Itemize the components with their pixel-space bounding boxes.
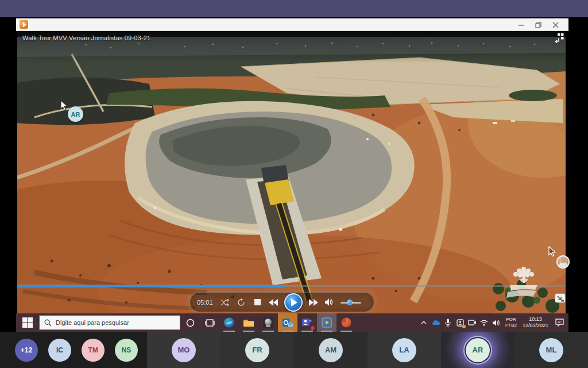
volume-icon[interactable] bbox=[324, 297, 335, 308]
globe-app-icon bbox=[262, 317, 274, 328]
participant-tile-AR[interactable]: AR bbox=[441, 332, 514, 368]
meeting-screen: Walk Tour MVV Versão Jornalistas 09-03-2… bbox=[0, 0, 588, 368]
taskbar-app-outlook[interactable] bbox=[278, 313, 297, 332]
cortana-button[interactable] bbox=[180, 313, 200, 332]
participant-avatar-plus12[interactable]: +12 bbox=[15, 339, 38, 362]
participant-tile-ML[interactable]: ML bbox=[514, 332, 588, 368]
play-pause-button[interactable] bbox=[284, 293, 303, 312]
volume-thumb[interactable] bbox=[347, 300, 353, 305]
microphone-icon[interactable] bbox=[443, 318, 453, 328]
notification-dot bbox=[462, 325, 466, 328]
participant-avatar-AM[interactable]: AM bbox=[319, 338, 343, 362]
switch-to-library-icon[interactable] bbox=[554, 33, 564, 43]
seek-bar-fill bbox=[17, 285, 286, 287]
teams-tray-icon[interactable] bbox=[455, 318, 465, 328]
participant-avatar-LA[interactable]: LA bbox=[392, 338, 416, 362]
windows-media-player-icon bbox=[20, 20, 28, 29]
cortana-icon bbox=[186, 319, 195, 327]
playback-controls: 05:01 bbox=[189, 292, 374, 312]
teams-top-bar bbox=[0, 0, 588, 17]
self-video-bubble[interactable] bbox=[556, 255, 570, 269]
close-button[interactable] bbox=[547, 18, 564, 31]
clock[interactable]: 10:13 12/03/2021 bbox=[521, 316, 550, 329]
picture-in-picture-icon[interactable] bbox=[555, 293, 566, 303]
drone-footage-mining-site bbox=[17, 31, 566, 313]
participant-avatar-AR[interactable]: AR bbox=[466, 338, 490, 362]
seek-bar[interactable] bbox=[17, 285, 566, 287]
participant-tile-LA[interactable]: LA bbox=[368, 332, 441, 368]
onedrive-icon[interactable] bbox=[431, 318, 441, 328]
taskbar-app-edge[interactable] bbox=[219, 313, 239, 332]
action-center-icon[interactable] bbox=[552, 318, 566, 328]
elapsed-time: 05:01 bbox=[197, 299, 214, 306]
media-player-icon bbox=[321, 317, 332, 328]
windows-taskbar: Digite aqui para pesquisar bbox=[16, 313, 568, 332]
taskbar-app-teams[interactable] bbox=[297, 313, 317, 332]
shared-desktop: Walk Tour MVV Versão Jornalistas 09-03-2… bbox=[0, 17, 588, 332]
viewer-cursor-icon bbox=[548, 246, 556, 257]
language-indicator[interactable]: POR PTB2 bbox=[504, 317, 519, 328]
volume-slider[interactable] bbox=[341, 298, 361, 306]
tree-road-logo bbox=[500, 262, 550, 302]
stop-icon[interactable] bbox=[252, 297, 262, 308]
taskbar-app-explorer[interactable] bbox=[239, 313, 258, 332]
minimize-button[interactable] bbox=[512, 18, 529, 31]
teams-notification-badge bbox=[310, 325, 315, 331]
wifi-icon[interactable] bbox=[479, 318, 489, 328]
participant-avatar-NS[interactable]: NS bbox=[115, 339, 138, 362]
repeat-icon[interactable] bbox=[236, 297, 246, 308]
system-tray: POR PTB2 10:13 12/03/2021 bbox=[419, 313, 568, 332]
search-icon bbox=[44, 319, 52, 327]
presenter-name-badge: AR bbox=[68, 106, 83, 122]
task-view-icon bbox=[205, 319, 215, 327]
participant-avatar-FR[interactable]: FR bbox=[245, 338, 269, 362]
shuffle-icon[interactable] bbox=[220, 297, 230, 308]
participant-tile-MO[interactable]: MO bbox=[147, 332, 220, 368]
search-placeholder: Digite aqui para pesquisar bbox=[56, 319, 129, 326]
outlook-icon bbox=[282, 317, 293, 328]
powerpoint-icon bbox=[341, 317, 352, 328]
video-title: Walk Tour MVV Versão Jornalistas 09-03-2… bbox=[22, 34, 150, 41]
taskbar-app-media-player[interactable] bbox=[317, 313, 336, 332]
participant-tile-group[interactable]: +12ICTMNS bbox=[0, 332, 147, 368]
restore-button[interactable] bbox=[529, 18, 547, 31]
start-button[interactable] bbox=[16, 313, 39, 332]
edge-icon bbox=[223, 317, 235, 328]
media-player-titlebar[interactable] bbox=[16, 18, 568, 31]
taskbar-app-powerpoint[interactable] bbox=[336, 313, 356, 332]
taskbar-app-globe[interactable] bbox=[258, 313, 278, 332]
taskbar-search-input[interactable]: Digite aqui para pesquisar bbox=[39, 315, 180, 330]
participant-avatar-TM[interactable]: TM bbox=[82, 339, 105, 362]
task-view-button[interactable] bbox=[200, 313, 219, 332]
video-canvas[interactable]: Walk Tour MVV Versão Jornalistas 09-03-2… bbox=[17, 31, 566, 313]
participant-tile-FR[interactable]: FR bbox=[220, 332, 294, 368]
participant-tile-AM[interactable]: AM bbox=[294, 332, 368, 368]
participant-avatar-MO[interactable]: MO bbox=[172, 338, 196, 362]
speaker-icon[interactable] bbox=[492, 318, 501, 328]
start-icon bbox=[22, 317, 33, 328]
previous-icon[interactable] bbox=[268, 297, 278, 308]
participant-avatar-ML[interactable]: ML bbox=[539, 338, 563, 362]
file-explorer-icon bbox=[243, 317, 254, 328]
next-icon[interactable] bbox=[308, 297, 319, 308]
chevron-up-icon[interactable] bbox=[419, 318, 429, 328]
participant-avatar-IC[interactable]: IC bbox=[48, 339, 71, 362]
camera-tray-icon[interactable] bbox=[467, 318, 477, 328]
presenter-cursor-icon bbox=[60, 100, 68, 111]
participant-strip: +12ICTMNSMOFRAMLAARML bbox=[0, 332, 588, 368]
